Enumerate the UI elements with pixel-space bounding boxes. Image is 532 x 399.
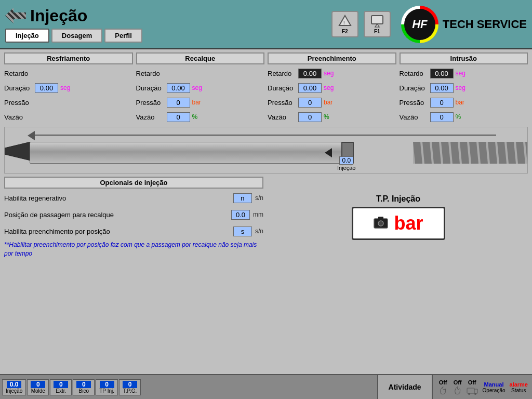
f1-label: F1	[374, 29, 380, 34]
intrusao-pressao-value[interactable]: 0	[430, 98, 454, 108]
resfriamento-vazao-row: Vazão	[4, 110, 133, 124]
recalque-pressao-label: Pressão	[136, 99, 165, 107]
f1-button[interactable]: F1	[364, 11, 391, 37]
intrusao-duracao-label: Duração	[400, 84, 428, 92]
status-extr-label: Extr.	[56, 388, 66, 394]
intrusao-vazao-value[interactable]: 0	[430, 112, 454, 122]
tab-perfil[interactable]: Perfil	[104, 29, 142, 43]
svg-marker-12	[474, 389, 477, 393]
preenchimento-retardo-value[interactable]: 0.00	[298, 69, 322, 78]
svg-text:!: !	[343, 20, 345, 25]
options-left: Opcionais de injeção Habilita regenerati…	[4, 177, 263, 258]
off2-col: Off	[451, 379, 464, 395]
header-tabs: Injeção Dosagem Perfil	[5, 29, 331, 43]
camera-icon	[373, 215, 389, 232]
resfriamento-duracao-value[interactable]: 0.00	[35, 83, 58, 93]
svg-point-14	[474, 393, 476, 395]
preenchimento-header: Preenchimento	[268, 52, 396, 64]
recalque-vazao-value[interactable]: 0	[167, 112, 190, 122]
status-tpg[interactable]: 0 T.P.G.	[119, 379, 141, 395]
regenerativo-label: Habilita regenerativo	[4, 194, 230, 202]
status-molde[interactable]: 0 Molde	[27, 379, 49, 395]
tp-injector-panel: T.P. Injeção bar	[269, 177, 528, 258]
resfriamento-duracao-label: Duração	[4, 84, 33, 92]
tab-injecao[interactable]: Injeção	[5, 29, 49, 43]
status-bar: 0.0 Injeção 0 Molde 0 Extr. 0 Bico 0 TP …	[0, 374, 532, 399]
preenchimento-duracao-label: Duração	[268, 84, 296, 92]
svg-rect-11	[467, 388, 474, 393]
status-tpg-label: T.P.G.	[123, 388, 137, 394]
resfriamento-pressao-row: Pressão	[4, 96, 133, 109]
intrusao-vazao-label: Vazão	[400, 113, 428, 121]
recalque-vazao-row: Vazão 0 %	[136, 110, 265, 124]
status-tp-inj[interactable]: 0 TP Inj.	[96, 379, 118, 395]
manual-col: Manual Operação	[483, 381, 506, 393]
svg-marker-4	[5, 142, 31, 161]
back-icon[interactable]	[5, 8, 26, 23]
tab-dosagem[interactable]: Dosagem	[51, 29, 103, 43]
resfriamento-duracao-row: Duração 0.00 seg	[4, 81, 133, 95]
page-title: Injeção	[30, 6, 87, 25]
logo-text: HF	[412, 18, 427, 31]
intrusao-duracao-value[interactable]: 0.00	[430, 83, 454, 93]
status-extr-value: 0	[54, 381, 68, 388]
main-content: Resfriamento Recalque Preenchimento Intr…	[0, 49, 532, 261]
f2-button[interactable]: ! F2	[331, 11, 358, 37]
status-extr[interactable]: 0 Extr.	[50, 379, 72, 395]
inject-value[interactable]: 0.0	[339, 156, 353, 165]
off2-label: Off	[454, 379, 462, 385]
atividade-label: Atividade	[389, 383, 421, 391]
preenchimento-pos-value[interactable]: s	[233, 227, 252, 236]
header-left: Injeção Injeção Dosagem Perfil	[5, 6, 331, 43]
preenchimento-vazao-value[interactable]: 0	[298, 112, 322, 122]
preenchimento-duracao-value[interactable]: 0.00	[298, 83, 322, 93]
resfriamento-col: Retardo Duração 0.00 seg Pressão Vazão	[4, 66, 133, 124]
passagem-value[interactable]: 0.0	[231, 210, 250, 220]
regenerativo-value[interactable]: n	[233, 193, 252, 203]
status-bico[interactable]: 0 Bico	[73, 379, 95, 395]
intrusao-col: Retardo 0.00 seg Duração 0.00 seg Pressã…	[400, 66, 528, 124]
recalque-pressao-value[interactable]: 0	[167, 98, 190, 108]
preenchimento-pos-unit: s/n	[255, 228, 263, 235]
preenchimento-pos-label: Habilita preenchimento por posição	[4, 228, 230, 235]
preenchimento-vazao-label: Vazão	[268, 113, 296, 121]
recalque-vazao-unit: %	[192, 113, 198, 121]
off1-col: Off	[437, 379, 449, 395]
intrusao-retardo-value[interactable]: 0.00	[430, 69, 454, 78]
intrusao-retardo-unit: seg	[456, 70, 466, 77]
title-row: Injeção	[5, 6, 331, 25]
svg-marker-0	[339, 16, 351, 25]
intrusao-vazao-row: Vazão 0 %	[400, 110, 528, 124]
recalque-retardo-label: Retardo	[136, 70, 165, 77]
recalque-duracao-row: Duração 0.00 seg	[136, 81, 265, 95]
recalque-duracao-unit: seg	[192, 84, 202, 91]
preenchimento-vazao-unit: %	[324, 113, 329, 121]
logo-area: HF TECH SERVICE	[401, 6, 527, 43]
header: Injeção Injeção Dosagem Perfil ! F2 F1	[0, 0, 532, 49]
intrusao-retardo-label: Retardo	[400, 70, 428, 77]
svg-point-9	[378, 221, 383, 226]
preenchimento-pressao-value[interactable]: 0	[298, 98, 322, 108]
recalque-col: Retardo Duração 0.00 seg Pressão 0 bar V…	[136, 66, 265, 124]
intrusao-duracao-row: Duração 0.00 seg	[400, 81, 528, 95]
header-center: ! F2 F1	[331, 11, 391, 37]
resfriamento-header: Resfriamento	[4, 52, 133, 64]
status-molde-label: Molde	[31, 388, 45, 394]
resfriamento-vazao-label: Vazão	[4, 113, 33, 121]
off3-col: Off	[466, 379, 478, 395]
status-right: Off Off Off Manual Operação alarme	[433, 375, 532, 399]
recalque-duracao-value[interactable]: 0.00	[167, 83, 190, 93]
preenchimento-col: Retardo 0.00 seg Duração 0.00 seg Pressã…	[268, 66, 396, 124]
company-name: TECH SERVICE	[443, 18, 527, 31]
intrusao-pressao-row: Pressão 0 bar	[400, 96, 528, 109]
intrusao-vazao-unit: %	[456, 113, 461, 121]
status-injecao[interactable]: 0.0 Injeção	[2, 379, 26, 395]
preenchimento-retardo-label: Retardo	[268, 70, 296, 77]
operacao-label: Operação	[483, 388, 506, 393]
svg-rect-10	[378, 217, 383, 220]
off1-label: Off	[439, 379, 447, 385]
preenchimento-pressao-label: Pressão	[268, 99, 296, 107]
preenchimento-pressao-row: Pressão 0 bar	[268, 96, 396, 109]
svg-point-13	[468, 393, 470, 395]
tp-display: bar	[352, 207, 445, 240]
